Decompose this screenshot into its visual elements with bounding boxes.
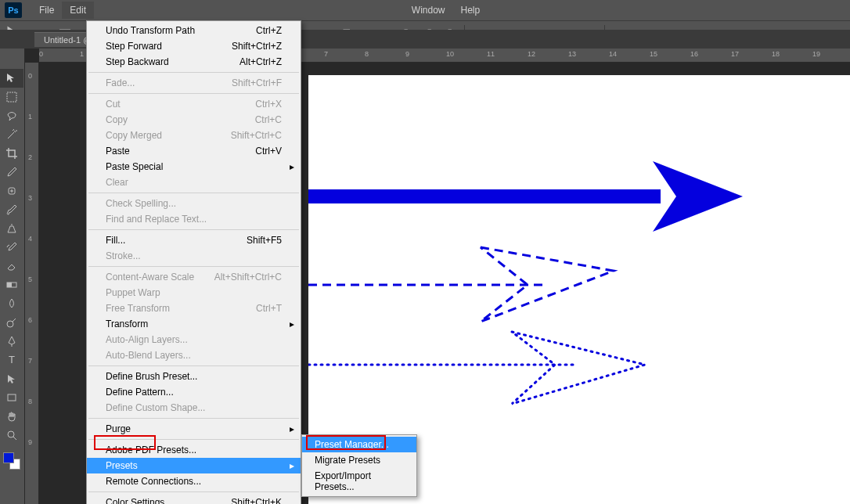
menu-item-label: Paste	[106, 146, 130, 157]
menu-item-step-backward[interactable]: Step BackwardAlt+Ctrl+Z	[87, 54, 301, 70]
menu-item-purge[interactable]: Purge▸	[87, 421, 301, 437]
menu-item-shortcut: Shift+Ctrl+F	[232, 77, 282, 88]
menu-separator	[88, 439, 299, 440]
menu-item-label: Copy Merged	[106, 130, 162, 141]
h-ruler-tick: 13	[568, 50, 576, 58]
menu-item-define-custom-shape: Define Custom Shape...	[87, 400, 301, 416]
menu-item-color-settings[interactable]: Color Settings...Shift+Ctrl+K	[87, 495, 301, 504]
menu-item-shortcut: Shift+Ctrl+Z	[232, 41, 282, 52]
history-brush-tool[interactable]	[0, 238, 23, 257]
menu-item-label: Fill...	[106, 235, 125, 246]
dashed-arrow	[308, 247, 614, 322]
presets-submenu[interactable]: Preset Manager...Migrate PresetsExport/I…	[301, 434, 417, 497]
blur-tool[interactable]	[0, 294, 23, 313]
submenu-item-preset-manager[interactable]: Preset Manager...	[302, 437, 416, 452]
menu-item-remote-connections[interactable]: Remote Connections...	[87, 473, 301, 489]
menu-item-step-forward[interactable]: Step ForwardShift+Ctrl+Z	[87, 38, 301, 54]
menu-item-label: Auto-Align Layers...	[106, 334, 188, 345]
type-tool[interactable]: T	[0, 351, 23, 369]
menu-item-label: Undo Transform Path	[106, 25, 195, 36]
menu-item-fade: Fade...Shift+Ctrl+F	[87, 75, 301, 91]
menu-item-transform[interactable]: Transform▸	[87, 316, 301, 332]
v-ruler-tick: 0	[28, 72, 32, 80]
menu-item-fill[interactable]: Fill...Shift+F5	[87, 232, 301, 248]
menu-help[interactable]: Help	[453, 2, 488, 19]
menu-item-label: Define Brush Preset...	[106, 371, 197, 382]
healing-brush-tool[interactable]	[0, 182, 23, 200]
menu-separator	[88, 365, 299, 366]
svg-rect-3	[7, 283, 12, 287]
pen-tool[interactable]	[0, 332, 23, 351]
magic-wand-tool[interactable]	[0, 125, 23, 144]
svg-point-7	[8, 431, 14, 437]
h-ruler-tick: 14	[609, 50, 617, 58]
menu-item-label: Check Spelling...	[106, 198, 176, 209]
gradient-tool[interactable]	[0, 275, 23, 294]
path-selection-tool[interactable]	[0, 369, 23, 388]
svg-point-4	[7, 321, 13, 327]
menu-item-label: Define Pattern...	[106, 387, 174, 398]
menu-item-label: Purge	[106, 423, 131, 434]
submenu-item-export-import-presets[interactable]: Export/Import Presets...	[302, 468, 416, 495]
menu-item-auto-blend-layers: Auto-Blend Layers...	[87, 347, 301, 363]
menu-item-shortcut: Ctrl+T	[256, 303, 282, 314]
crop-tool[interactable]	[0, 144, 23, 163]
svg-rect-0	[7, 92, 16, 102]
zoom-tool[interactable]	[0, 426, 23, 445]
menu-item-paste-special[interactable]: Paste Special▸	[87, 159, 301, 175]
h-ruler-tick: 0	[39, 50, 43, 58]
foreground-background-swatch[interactable]	[0, 449, 23, 473]
menu-window[interactable]: Window	[404, 2, 453, 19]
menu-item-define-brush-preset[interactable]: Define Brush Preset...	[87, 369, 301, 384]
h-ruler-tick: 8	[365, 50, 369, 58]
menu-item-define-pattern[interactable]: Define Pattern...	[87, 384, 301, 400]
menu-item-label: Transform	[106, 319, 148, 329]
brush-tool[interactable]	[0, 200, 23, 219]
menu-separator	[88, 72, 299, 73]
move-tool[interactable]	[0, 69, 23, 88]
menu-item-shortcut: Ctrl+V	[255, 146, 282, 157]
clone-stamp-tool[interactable]	[0, 219, 23, 238]
edit-menu-dropdown[interactable]: Undo Transform PathCtrl+ZStep ForwardShi…	[86, 20, 301, 504]
menu-edit[interactable]: Edit	[62, 2, 94, 19]
vertical-ruler: 0123456789	[25, 63, 39, 504]
menu-item-shortcut: Shift+Ctrl+C	[231, 130, 282, 141]
h-ruler-tick: 12	[528, 50, 535, 58]
h-ruler-tick: 18	[772, 50, 780, 58]
menu-file[interactable]: File	[31, 2, 62, 19]
h-ruler-tick: 19	[812, 50, 820, 58]
h-ruler-tick: 17	[731, 50, 739, 58]
menu-item-adobe-pdf-presets[interactable]: Adobe PDF Presets...	[87, 442, 301, 458]
menu-item-label: Fade...	[106, 77, 135, 88]
dodge-tool[interactable]	[0, 313, 23, 332]
eyedropper-tool[interactable]	[0, 163, 23, 182]
h-ruler-tick: 10	[446, 50, 454, 58]
eraser-tool[interactable]	[0, 257, 23, 275]
menu-item-label: Define Custom Shape...	[106, 402, 205, 413]
v-ruler-tick: 6	[28, 316, 32, 324]
menu-item-label: Cut	[106, 99, 121, 110]
rectangle-tool[interactable]	[0, 388, 23, 407]
menu-item-shortcut: Alt+Shift+Ctrl+C	[214, 272, 282, 283]
menu-item-check-spelling: Check Spelling...	[87, 196, 301, 211]
menu-item-presets[interactable]: Presets▸	[87, 458, 301, 473]
menu-item-label: Remote Connections...	[106, 476, 201, 487]
menu-item-copy: CopyCtrl+C	[87, 112, 301, 128]
v-ruler-tick: 9	[28, 438, 32, 446]
menu-item-auto-align-layers: Auto-Align Layers...	[87, 332, 301, 347]
menu-item-shortcut: Ctrl+X	[255, 99, 282, 110]
menu-item-paste[interactable]: PasteCtrl+V	[87, 143, 301, 159]
lasso-tool[interactable]	[0, 106, 23, 125]
v-ruler-tick: 4	[28, 235, 32, 243]
menu-item-label: Step Forward	[106, 41, 162, 52]
marquee-tool[interactable]	[0, 88, 23, 106]
submenu-item-migrate-presets[interactable]: Migrate Presets	[302, 452, 416, 468]
menu-item-shortcut: Ctrl+C	[255, 114, 282, 125]
submenu-item-label: Export/Import Presets...	[315, 470, 404, 492]
menu-item-find-and-replace-text: Find and Replace Text...	[87, 211, 301, 227]
hand-tool[interactable]	[0, 407, 23, 426]
menu-separator	[88, 93, 299, 94]
submenu-arrow-icon: ▸	[290, 161, 294, 172]
svg-text:T: T	[9, 354, 15, 365]
menu-item-undo-transform-path[interactable]: Undo Transform PathCtrl+Z	[87, 23, 301, 38]
